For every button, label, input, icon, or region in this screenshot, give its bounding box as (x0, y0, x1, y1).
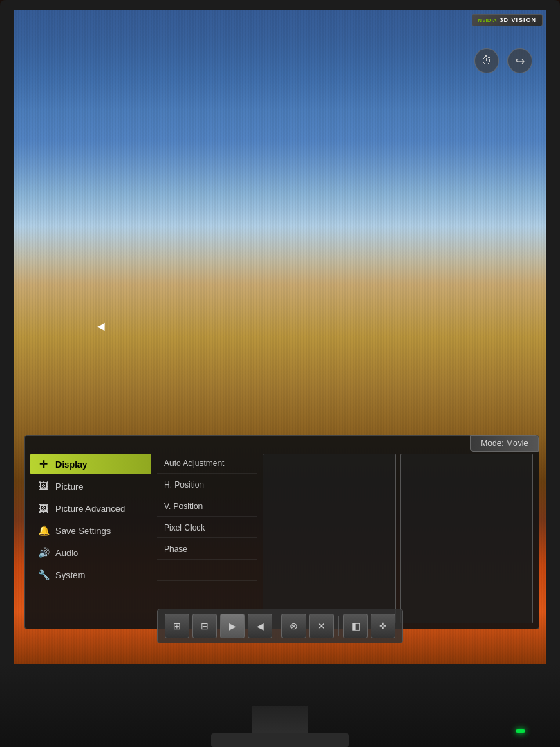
option-v-position[interactable]: V. Position (157, 497, 257, 517)
osd-content: ✛ Display 🖼 Picture 🖼 Picture Advanced 🔔… (30, 454, 533, 623)
stand-base (211, 733, 349, 747)
power-led (516, 729, 525, 733)
option-empty-1 (157, 561, 257, 581)
audio-icon: 🔊 (37, 547, 50, 558)
toolbar-btn-6[interactable]: ✕ (309, 614, 334, 638)
nav-label-system: System (55, 570, 85, 580)
cloud-overlay (14, 10, 546, 259)
nav-label-picture: Picture (55, 481, 83, 492)
3d-vision-text: 3D VISION (499, 17, 536, 24)
osd-nav: ✛ Display 🖼 Picture 🖼 Picture Advanced 🔔… (30, 454, 151, 623)
option-phase[interactable]: Phase (157, 540, 257, 560)
toolbar-btn-1[interactable]: ⊞ (165, 614, 189, 638)
osd-panel-right (400, 454, 534, 623)
toolbar-separator (277, 616, 277, 636)
share-icon-button[interactable]: ↪ (507, 48, 532, 73)
nav-item-display[interactable]: ✛ Display (30, 454, 151, 474)
monitor-bezel: NVIDIA 3D VISION ⏱ ↪ Mode: Movie ✛ Displ… (0, 0, 560, 747)
nvidia-logo: NVIDIA (478, 17, 496, 24)
display-icon: ✛ (37, 459, 50, 470)
toolbar-btn-5[interactable]: ⊗ (281, 614, 306, 638)
osd-panel-left (263, 454, 396, 623)
nav-item-picture[interactable]: 🖼 Picture (30, 476, 151, 497)
nav-item-picture-advanced[interactable]: 🖼 Picture Advanced (30, 498, 151, 519)
nav-label-picture-advanced: Picture Advanced (55, 504, 125, 514)
nav-item-system[interactable]: 🔧 System (30, 564, 151, 585)
toolbar-btn-2[interactable]: ⊟ (192, 614, 217, 638)
bottom-bezel (0, 664, 560, 747)
osd-menu: Mode: Movie ✛ Display 🖼 Picture 🖼 Pictur… (24, 435, 539, 629)
option-auto-adjustment[interactable]: Auto Adjustment (157, 454, 257, 474)
mode-indicator: Mode: Movie (470, 435, 539, 452)
bottom-toolbar: ⊞ ⊟ ▶ ◀ ⊗ ✕ ◧ ✛ (157, 609, 403, 643)
toolbar-separator-2 (338, 616, 339, 636)
option-pixel-clock[interactable]: Pixel Clock (157, 518, 257, 538)
picture-advanced-icon: 🖼 (37, 503, 50, 514)
clock-icon-button[interactable]: ⏱ (474, 48, 499, 73)
nav-label-save-settings: Save Settings (55, 526, 111, 536)
nav-item-save-settings[interactable]: 🔔 Save Settings (30, 520, 151, 541)
toolbar-btn-4[interactable]: ◀ (248, 614, 272, 638)
toolbar-btn-7[interactable]: ◧ (343, 614, 368, 638)
toolbar-btn-8[interactable]: ✛ (371, 614, 395, 638)
nav-item-audio[interactable]: 🔊 Audio (30, 542, 151, 563)
nvidia-badge: NVIDIA 3D VISION (472, 14, 543, 26)
option-empty-2 (157, 582, 257, 602)
toolbar-btn-3[interactable]: ▶ (220, 614, 245, 638)
osd-options: Auto Adjustment H. Position V. Position … (157, 454, 257, 623)
nav-label-display: Display (55, 459, 87, 470)
picture-icon: 🖼 (37, 481, 50, 492)
save-settings-icon: 🔔 (37, 525, 50, 536)
system-icon: 🔧 (37, 569, 50, 580)
screen: NVIDIA 3D VISION ⏱ ↪ Mode: Movie ✛ Displ… (14, 10, 546, 664)
option-h-position[interactable]: H. Position (157, 475, 257, 495)
osd-panels (263, 454, 533, 623)
nav-label-audio: Audio (55, 548, 78, 558)
top-icons-container: ⏱ ↪ (474, 48, 532, 73)
